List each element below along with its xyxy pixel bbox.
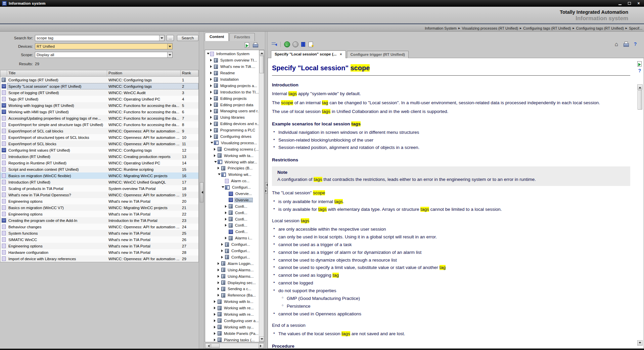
expand-icon[interactable]	[210, 78, 214, 81]
tree-item[interactable]: Reference (Ba...	[205, 292, 259, 299]
scroll-up-button[interactable]	[637, 84, 643, 90]
result-row[interactable]: Export/Import for simple and structure t…	[0, 121, 198, 128]
result-row[interactable]: Engineering optionsWhat's new in TIA Por…	[0, 243, 198, 249]
expand-icon[interactable]	[217, 269, 221, 271]
breadcrumb-item[interactable]: Specif...	[629, 26, 642, 30]
result-row[interactable]: Scaling of products in TIA PortalSystem …	[0, 185, 198, 192]
minimize-button[interactable]	[616, 1, 624, 6]
expand-icon[interactable]	[225, 211, 228, 214]
expand-icon[interactable]	[225, 224, 228, 227]
tree-item[interactable]: Configuri...	[205, 241, 259, 248]
tree-item[interactable]: Working with sy...	[205, 324, 259, 330]
expand-icon[interactable]	[210, 72, 214, 74]
expand-icon[interactable]	[210, 104, 214, 106]
column-header[interactable]: Rank	[181, 70, 198, 76]
result-row[interactable]: Basics on migration (WinCC flexible)WINC…	[0, 172, 198, 179]
result-row[interactable]: System functionsWhat's new in TIA Portal…	[0, 230, 198, 236]
breadcrumb-item[interactable]: Configuring tags (RT Unified)	[576, 26, 624, 30]
expand-icon[interactable]	[210, 65, 214, 68]
expand-tree-button[interactable]	[265, 188, 267, 194]
help-icon[interactable]	[632, 41, 638, 47]
breadcrumb-item[interactable]: Information System	[425, 26, 457, 30]
breadcrumb-item[interactable]: Visualizing processes (RT Unified)	[462, 26, 518, 30]
tree-item[interactable]: Configuring drives	[205, 133, 259, 140]
tree-item[interactable]: Creating screens (...	[205, 146, 259, 152]
expand-icon[interactable]	[214, 300, 217, 303]
result-row[interactable]: What's new in TIA Portal Openness?WINCC:…	[0, 192, 198, 198]
help-icon[interactable]	[637, 68, 643, 74]
devices-select[interactable]: RT Unified	[35, 43, 173, 49]
forward-icon[interactable]	[292, 41, 298, 47]
tree-item[interactable]: Using Alarms...	[205, 267, 259, 273]
tree-item[interactable]: Migrating projects a...	[205, 82, 259, 89]
tree-item[interactable]: Using Alarms...	[205, 273, 259, 279]
tree-item[interactable]: Editing devices and n...	[205, 121, 259, 127]
result-row[interactable]: Hardware configurationWhat's new in TIA …	[0, 249, 198, 256]
scope-dropdown-arrow-icon[interactable]	[167, 52, 172, 57]
locate-in-contents-icon[interactable]	[271, 41, 277, 47]
tree-item[interactable]: Working wit...	[205, 171, 259, 178]
expand-icon[interactable]	[210, 135, 214, 138]
expand-icon[interactable]	[221, 249, 225, 252]
result-row[interactable]: Creating the program code of the Add-InI…	[0, 217, 198, 224]
expand-icon[interactable]	[214, 332, 217, 335]
show-topic-icon[interactable]	[244, 42, 250, 48]
tree-item[interactable]: Working with re...	[205, 311, 259, 318]
result-row[interactable]: Import of device with Library references…	[0, 256, 198, 262]
collapse-left-panel-button[interactable]	[200, 182, 203, 202]
result-row[interactable]: Specify "Local session" scope (RT Unifie…	[0, 83, 198, 89]
expand-icon[interactable]	[217, 262, 221, 265]
column-header[interactable]: Position	[107, 70, 181, 76]
result-row[interactable]: Configuring tags (RT Unified)WINCC: Conf…	[0, 77, 198, 83]
expand-icon[interactable]	[214, 339, 217, 341]
tree-item[interactable]: Editing project data	[205, 102, 259, 108]
tab-content[interactable]: Content	[205, 33, 229, 41]
search-dropdown-arrow-icon[interactable]	[159, 35, 164, 41]
breadcrumb-item[interactable]: Configuring tags (RT Unified)	[523, 26, 571, 30]
tree-item[interactable]: Sending a c...	[205, 286, 259, 292]
tree-scroll-thumb[interactable]	[260, 56, 264, 73]
expand-icon[interactable]	[210, 129, 214, 131]
expand-icon[interactable]	[210, 84, 214, 87]
tree-hscroll-thumb[interactable]	[211, 344, 220, 348]
result-row[interactable]: Introduction (RT Unified)WINCC: WinCC Un…	[0, 179, 198, 185]
expand-icon[interactable]	[214, 154, 217, 157]
result-row[interactable]: Introduction (RT Unified)WINCC: Creating…	[0, 153, 198, 160]
scroll-up-button[interactable]	[259, 50, 264, 55]
result-row[interactable]: Export/Import of SCL blocksWINCC: Openne…	[0, 141, 198, 147]
expand-icon[interactable]	[225, 237, 228, 239]
tree-item[interactable]: Visualizing process...	[205, 140, 259, 146]
expand-icon[interactable]	[210, 110, 214, 112]
tree-item[interactable]: Configuri...	[205, 248, 259, 254]
back-icon[interactable]	[284, 41, 290, 47]
column-header[interactable]: Title	[7, 70, 107, 76]
topic-tab[interactable]: Configure trigger (RT Unified)	[347, 51, 409, 58]
scroll-down-button[interactable]	[259, 337, 264, 342]
expand-icon[interactable]	[214, 319, 217, 322]
search-button[interactable]: Search	[177, 35, 198, 41]
expand-icon[interactable]	[221, 243, 225, 246]
tree-content-splitter[interactable]	[265, 32, 268, 349]
close-tab-icon[interactable]: ×	[340, 52, 342, 56]
tree-item[interactable]: Working with ta...	[205, 152, 259, 159]
expand-icon[interactable]	[214, 148, 217, 151]
result-row[interactable]: Engineering optionsWhat's new in TIA Por…	[0, 211, 198, 217]
result-row[interactable]: SIMATIC WinCCWhat's new in TIA Portal26	[0, 236, 198, 243]
tree-item[interactable]: Working with re...	[205, 305, 259, 311]
tree-item[interactable]: Confi...	[205, 209, 259, 216]
expand-icon[interactable]	[214, 307, 217, 309]
tree-item[interactable]: Working with alar...	[205, 159, 259, 165]
result-row[interactable]: Working with logging tags (RT Unified)WI…	[0, 102, 198, 109]
expand-icon[interactable]	[221, 256, 225, 259]
tree-item[interactable]: Installation	[205, 76, 259, 83]
tree-item[interactable]: Overvie...	[205, 191, 259, 197]
tree-item[interactable]: Confi...	[205, 229, 259, 235]
tree-item[interactable]: Programming a PLC	[205, 127, 259, 133]
result-row[interactable]: Basics on migration (WinCC V7)WINCC: Mig…	[0, 204, 198, 211]
collapse-tree-button[interactable]	[265, 182, 267, 188]
expand-icon[interactable]	[214, 313, 217, 316]
topic-tab[interactable]: Specify "Local session" scope (...×	[271, 50, 346, 58]
expand-icon[interactable]	[225, 218, 228, 221]
tree-item[interactable]: Readme	[205, 70, 259, 76]
expand-icon[interactable]	[210, 91, 214, 93]
